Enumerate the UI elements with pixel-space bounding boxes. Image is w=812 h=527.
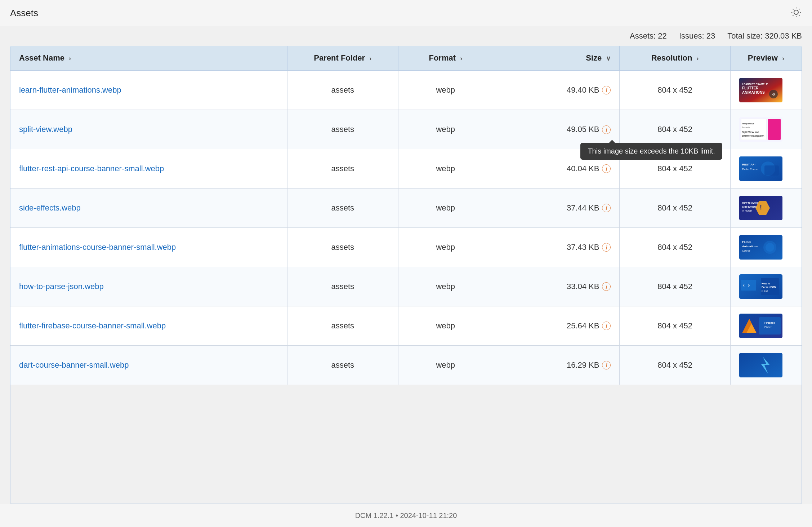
asset-format: webp bbox=[398, 189, 493, 228]
asset-size-value: 49.05 KB bbox=[567, 125, 599, 134]
size-info-icon[interactable]: i bbox=[602, 86, 611, 94]
col-header-resolution[interactable]: Resolution › bbox=[620, 46, 730, 70]
asset-name-link[interactable]: side-effects.webp bbox=[19, 203, 81, 212]
asset-resolution: 804 x 452 bbox=[620, 228, 730, 267]
preview-image-3: REST API Flutter Course bbox=[739, 156, 782, 181]
preview-image-4: ! How to Avoid Side Effects in Flutter bbox=[739, 196, 782, 220]
preview-image-6: How to Parse JSON in Dart { } bbox=[739, 274, 782, 299]
asset-preview-cell: Firebase Flutter bbox=[730, 306, 802, 346]
table-row: flutter-rest-api-course-banner-small.web… bbox=[10, 149, 802, 189]
svg-rect-24 bbox=[764, 165, 779, 176]
preview-image-1: LEARN BY EXAMPLE FLUTTER ANIMATIONS ⚙ bbox=[739, 78, 782, 102]
size-info-icon[interactable]: i bbox=[602, 125, 611, 134]
asset-name-link[interactable]: how-to-parse-json.webp bbox=[19, 282, 104, 291]
svg-text:FLUTTER: FLUTTER bbox=[742, 86, 759, 90]
size-info-icon[interactable]: i bbox=[602, 361, 611, 369]
asset-size-value: 25.64 KB bbox=[567, 321, 599, 331]
svg-text:Flutter: Flutter bbox=[764, 326, 772, 328]
svg-rect-52 bbox=[739, 353, 782, 377]
preview-image-7: Firebase Flutter bbox=[739, 314, 782, 338]
svg-point-0 bbox=[794, 10, 798, 14]
page-title: Assets bbox=[10, 8, 38, 19]
theme-toggle-button[interactable] bbox=[790, 6, 802, 19]
asset-preview-cell bbox=[730, 346, 802, 385]
col-header-folder[interactable]: Parent Folder › bbox=[287, 46, 398, 70]
col-header-format[interactable]: Format › bbox=[398, 46, 493, 70]
sort-arrow-size: ∨ bbox=[606, 55, 611, 62]
asset-size-cell: 33.04 KB i bbox=[493, 267, 620, 306]
svg-text:Flutter: Flutter bbox=[742, 240, 751, 244]
asset-preview-thumb: Firebase Flutter bbox=[739, 314, 782, 338]
asset-folder: assets bbox=[287, 346, 398, 385]
asset-size-cell: 16.29 KB i bbox=[493, 346, 620, 385]
sun-icon bbox=[790, 6, 802, 18]
svg-rect-17 bbox=[768, 119, 781, 140]
svg-line-6 bbox=[799, 15, 800, 16]
asset-format: webp bbox=[398, 228, 493, 267]
svg-text:How to Avoid: How to Avoid bbox=[742, 201, 758, 204]
preview-image-5: Flutter Animations Course bbox=[739, 235, 782, 260]
asset-size-value: 37.43 KB bbox=[567, 243, 599, 252]
app-header: Assets bbox=[0, 0, 812, 26]
sort-arrow-folder: › bbox=[369, 55, 371, 62]
col-header-name[interactable]: Asset Name › bbox=[10, 46, 287, 70]
svg-point-35 bbox=[766, 243, 774, 252]
svg-text:How to: How to bbox=[762, 282, 770, 285]
size-info-icon[interactable]: i bbox=[602, 204, 611, 212]
asset-preview-cell: LEARN BY EXAMPLE FLUTTER ANIMATIONS ⚙ bbox=[730, 70, 802, 110]
asset-folder: assets bbox=[287, 110, 398, 149]
preview-image-8 bbox=[739, 353, 782, 377]
asset-name-link[interactable]: dart-course-banner-small.webp bbox=[19, 360, 129, 369]
svg-text:in Dart: in Dart bbox=[762, 290, 768, 292]
svg-text:Flutter Course: Flutter Course bbox=[742, 168, 758, 170]
table-row: how-to-parse-json.webp assets webp 33.04… bbox=[10, 267, 802, 306]
asset-size-value: 49.40 KB bbox=[567, 85, 599, 95]
sort-arrow-name: › bbox=[69, 55, 71, 62]
preview-image-2: Responsive Layouts Split View and Drawer… bbox=[739, 117, 782, 142]
table-row: flutter-animations-course-banner-small.w… bbox=[10, 228, 802, 267]
table-header-row: Asset Name › Parent Folder › Format › Si… bbox=[10, 46, 802, 70]
asset-size-value: 16.29 KB bbox=[567, 360, 599, 370]
svg-text:Firebase: Firebase bbox=[764, 322, 775, 324]
svg-line-8 bbox=[793, 15, 794, 16]
asset-preview-thumb: Responsive Layouts Split View and Drawer… bbox=[739, 117, 782, 142]
sort-arrow-format: › bbox=[460, 55, 462, 62]
table-row: learn-flutter-animations.webp assets web… bbox=[10, 70, 802, 110]
svg-rect-9 bbox=[739, 78, 782, 102]
asset-size-value: 40.04 KB bbox=[567, 164, 599, 173]
size-info-icon[interactable]: i bbox=[602, 243, 611, 252]
assets-table: Asset Name › Parent Folder › Format › Si… bbox=[10, 46, 802, 385]
size-info-icon[interactable]: i bbox=[602, 164, 611, 173]
asset-name-link[interactable]: split-view.webp bbox=[19, 125, 72, 134]
asset-preview-thumb: How to Parse JSON in Dart { } bbox=[739, 274, 782, 299]
asset-name-link[interactable]: learn-flutter-animations.webp bbox=[19, 85, 121, 94]
size-info-icon[interactable]: i bbox=[602, 282, 611, 291]
asset-size-value: 33.04 KB bbox=[567, 282, 599, 291]
asset-size-cell: 25.64 KB i bbox=[493, 306, 620, 346]
app-footer: DCM 1.22.1 • 2024-10-11 21:20 bbox=[0, 504, 812, 527]
col-header-size[interactable]: Size ∨ bbox=[493, 46, 620, 70]
table-row: flutter-firebase-course-banner-small.web… bbox=[10, 306, 802, 346]
svg-text:REST API: REST API bbox=[742, 163, 755, 166]
svg-text:Layouts: Layouts bbox=[742, 126, 750, 128]
sort-arrow-resolution: › bbox=[697, 55, 699, 62]
svg-text:⚙: ⚙ bbox=[772, 92, 775, 96]
asset-name-link[interactable]: flutter-rest-api-course-banner-small.web… bbox=[19, 164, 164, 173]
asset-preview-cell: ! How to Avoid Side Effects in Flutter bbox=[730, 189, 802, 228]
sort-arrow-preview: › bbox=[782, 55, 784, 62]
asset-resolution: 804 x 452 bbox=[620, 189, 730, 228]
svg-line-5 bbox=[793, 9, 794, 10]
asset-name-link[interactable]: flutter-animations-course-banner-small.w… bbox=[19, 243, 176, 252]
svg-text:Animations: Animations bbox=[742, 245, 758, 248]
col-header-preview[interactable]: Preview › bbox=[730, 46, 802, 70]
asset-format: webp bbox=[398, 110, 493, 149]
svg-text:Responsive: Responsive bbox=[742, 123, 754, 125]
asset-folder: assets bbox=[287, 70, 398, 110]
asset-preview-thumb: ! How to Avoid Side Effects in Flutter bbox=[739, 196, 782, 220]
asset-name-link[interactable]: flutter-firebase-course-banner-small.web… bbox=[19, 321, 166, 330]
asset-size-cell: 40.04 KB i bbox=[493, 149, 620, 189]
svg-text:in Flutter: in Flutter bbox=[742, 209, 752, 212]
asset-size-cell: 37.43 KB i bbox=[493, 228, 620, 267]
size-info-icon[interactable]: i bbox=[602, 322, 611, 330]
svg-text:Parse JSON: Parse JSON bbox=[762, 286, 776, 288]
